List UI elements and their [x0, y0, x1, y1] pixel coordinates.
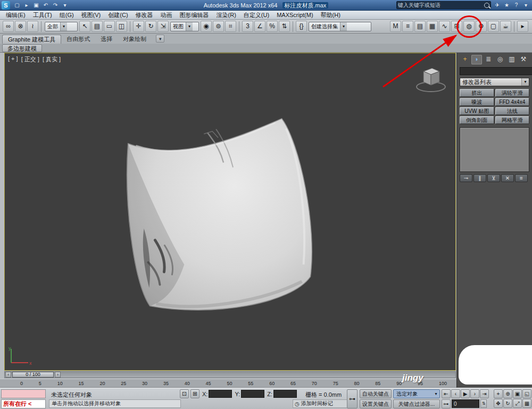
search-input[interactable] — [398, 2, 484, 8]
menu-graph-editors[interactable]: 图形编辑器 — [176, 11, 213, 19]
time-slider-next-icon[interactable]: › — [55, 372, 61, 378]
modifier-button-0[interactable]: 挤出 — [460, 89, 494, 97]
menu-edit[interactable]: 编辑(E) — [2, 11, 29, 19]
add-time-tag-button[interactable]: ◷ 添加时间标记 — [293, 399, 349, 408]
modifier-stack[interactable] — [460, 127, 529, 172]
chevron-down-icon[interactable]: ▾ — [521, 78, 529, 86]
schematic-view-icon[interactable]: ⊞ — [451, 21, 462, 32]
menu-group[interactable]: 组(G) — [56, 11, 78, 19]
key-selection-dropdown[interactable]: 选定对象 ▾ — [393, 389, 440, 398]
zoom-all-icon[interactable]: ⊕ — [503, 389, 512, 398]
menu-maxscript[interactable]: MAXScript(M) — [273, 11, 317, 19]
track-bar[interactable]: 0510152025303540455055606570758085909510… — [0, 379, 456, 388]
render-production-icon[interactable]: ☕ — [500, 21, 511, 32]
bind-to-space-warp-icon[interactable]: ≀ — [27, 21, 38, 32]
create-tab[interactable]: + — [460, 55, 470, 64]
graphite-ribbon-icon[interactable]: ▦ — [427, 21, 438, 32]
time-slider-prev-icon[interactable]: ‹ — [5, 372, 11, 378]
select-by-name-icon[interactable]: ▤ — [92, 21, 103, 32]
menu-create[interactable]: 创建(C) — [104, 11, 131, 19]
ribbon-subtab-poly-modeling[interactable]: 多边形建模 — [2, 44, 42, 52]
menu-tools[interactable]: 工具(T) — [29, 11, 56, 19]
mirror-icon[interactable]: M — [390, 21, 401, 32]
use-pivot-center-icon[interactable]: ◉ — [201, 21, 212, 32]
modifier-button-7[interactable]: 网格平滑 — [495, 116, 530, 124]
motion-tab[interactable]: ◎ — [495, 55, 505, 64]
show-end-result-icon[interactable]: ∥ — [473, 174, 486, 182]
zoom-extents-icon[interactable]: ▣ — [513, 389, 522, 398]
material-editor-icon[interactable]: ◍ — [463, 21, 475, 32]
angle-snap-icon[interactable]: ∠ — [254, 21, 265, 32]
next-frame-button[interactable]: › — [470, 389, 479, 398]
zoom-region-icon[interactable]: ◱ — [522, 389, 531, 398]
pillow-model[interactable] — [127, 119, 312, 310]
menu-help[interactable]: 帮助(H) — [317, 11, 344, 19]
axis-input-x[interactable] — [209, 390, 232, 398]
percent-snap-icon[interactable]: % — [267, 21, 278, 32]
time-slider-handle[interactable]: 0 / 100 — [12, 372, 54, 378]
viewcube[interactable] — [413, 63, 448, 94]
modifier-list-dropdown[interactable]: 修改器列表 ▾ — [460, 78, 529, 86]
search-icon[interactable] — [484, 3, 489, 8]
play-button[interactable]: ▶ — [461, 389, 470, 398]
ribbon-tab-graphite[interactable]: Graphite 建模工具 — [2, 35, 61, 44]
axis-input-z[interactable] — [273, 390, 297, 398]
chevron-down-icon[interactable]: ▾ — [186, 22, 193, 31]
modifier-button-5[interactable]: 法线 — [495, 107, 530, 115]
remove-modifier-icon[interactable]: ✕ — [501, 174, 514, 182]
communication-center-icon[interactable]: ✈ — [493, 1, 501, 9]
auto-key-button[interactable]: 自动关键点 — [360, 389, 392, 398]
selection-filter-dropdown[interactable]: 全部▾ — [45, 22, 78, 31]
zoom-icon[interactable]: + — [494, 389, 503, 398]
axis-input-y[interactable] — [241, 390, 264, 398]
orbit-icon[interactable]: ↻ — [503, 399, 512, 408]
hierarchy-tab[interactable]: ≣ — [483, 55, 494, 64]
viewport-menu-shading[interactable]: [ 真实 ] — [43, 55, 61, 63]
selection-lock-icon[interactable]: ⊡ — [180, 389, 189, 398]
rendered-frame-icon[interactable]: ▢ — [488, 21, 499, 32]
chevron-down-icon[interactable]: ▾ — [60, 22, 67, 31]
snap-toggle-icon[interactable]: 3 — [242, 21, 253, 32]
viewport[interactable]: [ + ] [ 正交 ] [ 真实 ] x y — [4, 53, 456, 371]
menu-rendering[interactable]: 渲染(R) — [213, 11, 240, 19]
frame-spinner-icon[interactable]: ⇅ — [480, 399, 487, 408]
infocenter-menu-icon[interactable]: ▾ — [522, 1, 530, 9]
viewport-menu-view[interactable]: [ 正交 ] — [21, 55, 39, 63]
absolute-mode-icon[interactable]: ⊞ — [190, 389, 200, 398]
modify-tab[interactable]: ◗ — [471, 55, 482, 64]
go-to-end-button[interactable]: ⇥ — [480, 389, 489, 398]
select-and-rotate-icon[interactable]: ↻ — [145, 21, 156, 32]
align-icon[interactable]: ≡ — [402, 21, 413, 32]
select-object-icon[interactable]: ↖ — [79, 21, 90, 32]
layer-manager-icon[interactable]: ▤ — [414, 21, 426, 32]
chevron-down-icon[interactable]: ▾ — [433, 391, 439, 396]
make-unique-icon[interactable]: ⊻ — [487, 174, 500, 182]
display-tab[interactable]: ▥ — [506, 55, 517, 64]
previous-frame-button[interactable]: ‹ — [451, 389, 460, 398]
pan-icon[interactable]: ✥ — [494, 399, 503, 408]
menu-views[interactable]: 视图(V) — [78, 11, 105, 19]
ribbon-tab-freeform[interactable]: 自由形式 — [61, 35, 95, 44]
infocenter-search[interactable] — [396, 1, 491, 9]
modifier-button-4[interactable]: UVW 贴图 — [460, 107, 494, 115]
render-setup-icon[interactable]: ⚙ — [476, 21, 487, 32]
field-of-view-icon[interactable]: ⤢ — [513, 399, 522, 408]
chevron-down-icon[interactable]: ▾ — [340, 22, 347, 31]
ribbon-tab-selection[interactable]: 选择 — [95, 35, 118, 44]
ribbon-tab-object-paint[interactable]: 对象绘制 — [118, 35, 152, 44]
time-slider[interactable]: ‹ 0 / 100 › — [4, 371, 456, 378]
select-and-move-icon[interactable]: ✛ — [133, 21, 144, 32]
pin-stack-icon[interactable]: ⊸ — [460, 174, 472, 182]
viewport-menu-general[interactable]: [ + ] — [8, 55, 18, 63]
favorites-icon[interactable]: ★ — [503, 1, 511, 9]
select-and-scale-icon[interactable]: ⇲ — [157, 21, 169, 32]
go-to-start-button[interactable]: ⇤ — [442, 389, 451, 398]
ribbon-collapse-icon[interactable]: ▾ — [156, 35, 164, 43]
reference-coordinate-dropdown[interactable]: 视图▾ — [170, 22, 199, 31]
spinner-snap-icon[interactable]: ⇅ — [279, 21, 290, 32]
named-selection-sets-dropdown[interactable]: 创建选择集▾ — [309, 22, 371, 31]
configure-modifier-sets-icon[interactable]: ≡ — [515, 174, 528, 182]
curve-editor-icon[interactable]: ∿ — [439, 21, 450, 32]
menu-customize[interactable]: 自定义(U) — [240, 11, 273, 19]
key-mode-toggle-icon[interactable]: ⊶ — [442, 399, 451, 408]
